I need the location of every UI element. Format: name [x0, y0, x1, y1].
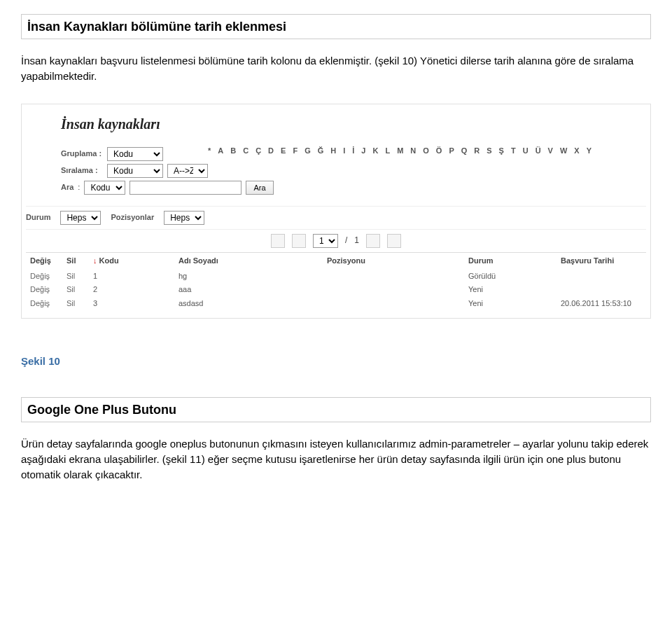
select-ara-field[interactable]: Kodu [84, 181, 125, 195]
cell-ad: aaa [174, 283, 323, 297]
alpha-letter[interactable]: F [293, 146, 298, 157]
col-basvuru[interactable]: Başvuru Tarihi [556, 252, 646, 269]
pager: 1 / 1 [26, 234, 646, 248]
section-heading-2: Google One Plus Butonu [21, 397, 651, 422]
alpha-letter[interactable]: S [486, 146, 491, 157]
label-gruplama: Gruplama : [61, 148, 103, 160]
row-edit-link[interactable]: Değiş [30, 272, 50, 280]
cell-ad: asdasd [174, 297, 323, 311]
section-heading-1: İnsan Kaynakları bölümüne tarih eklenmes… [21, 14, 651, 39]
table-row: DeğişSil1hgGörüldü [26, 270, 646, 284]
alpha-letter[interactable]: L [385, 146, 390, 157]
label-durum: Durum [26, 212, 50, 223]
pager-sep: / [345, 235, 347, 247]
select-sortdir[interactable]: A-->Z [167, 164, 208, 178]
alpha-letter[interactable]: Q [461, 146, 468, 157]
alpha-letter[interactable]: I [343, 146, 345, 157]
pager-prev-button[interactable] [292, 234, 306, 248]
figure-label-10: Şekil 10 [21, 354, 651, 369]
cell-tarih: 20.06.2011 15:53:10 [556, 297, 646, 311]
select-durum[interactable]: Hepsi [60, 211, 101, 225]
col-degis[interactable]: Değiş [26, 252, 62, 269]
table-header-row: Değiş Sil ↓ Kodu Adı Soyadı Pozisyonu Du… [26, 252, 646, 269]
cell-durum: Görüldü [464, 270, 556, 284]
col-pozisyon[interactable]: Pozisyonu [323, 252, 464, 269]
alpha-letter[interactable]: E [281, 146, 286, 157]
alpha-letter[interactable]: Ç [255, 146, 261, 157]
paragraph-2: Ürün detay sayfalarında google oneplus b… [21, 436, 651, 482]
alpha-letter[interactable]: N [410, 146, 416, 157]
row-edit-link[interactable]: Değiş [30, 299, 50, 307]
alpha-letter[interactable]: W [560, 146, 567, 157]
pager-first-button[interactable] [271, 234, 285, 248]
alpha-letter[interactable]: Ğ [318, 146, 324, 157]
screenshot-title: İnsan kaynakları [61, 107, 646, 144]
alpha-letter[interactable]: D [268, 146, 274, 157]
label-ara: Ara [61, 182, 74, 193]
alpha-letter[interactable]: K [372, 146, 378, 157]
col-durum[interactable]: Durum [464, 252, 556, 269]
cell-poz [323, 297, 464, 311]
alpha-letter[interactable]: Ö [436, 146, 442, 157]
alpha-letter[interactable]: C [243, 146, 248, 157]
alpha-letter[interactable]: O [423, 146, 429, 157]
label-siralama: Sıralama : [61, 165, 103, 176]
alpha-letter[interactable]: T [511, 146, 516, 157]
cell-tarih [556, 270, 646, 284]
data-table: Değiş Sil ↓ Kodu Adı Soyadı Pozisyonu Du… [26, 252, 646, 312]
alpha-letter[interactable]: J [361, 146, 365, 157]
pager-next-button[interactable] [366, 234, 380, 248]
cell-durum: Yeni [464, 297, 556, 311]
select-siralama[interactable]: Kodu [107, 164, 163, 178]
pager-last-button[interactable] [387, 234, 401, 248]
col-adsoyad[interactable]: Adı Soyadı [174, 252, 323, 269]
cell-tarih [556, 283, 646, 297]
alpha-letter[interactable]: G [304, 146, 311, 157]
row-edit-link[interactable]: Değiş [30, 285, 50, 293]
alpha-letter[interactable]: Ü [536, 146, 541, 157]
alpha-letter[interactable]: Y [587, 146, 592, 157]
sort-arrow-icon: ↓ [93, 256, 97, 265]
search-button[interactable]: Ara [246, 181, 273, 195]
alpha-letter[interactable]: P [449, 146, 454, 157]
pager-total: 1 [354, 235, 359, 247]
col-sil[interactable]: Sil [62, 252, 89, 269]
row-delete-link[interactable]: Sil [66, 272, 75, 280]
alpha-letter[interactable]: M [397, 146, 403, 157]
alpha-letter[interactable]: A [218, 146, 223, 157]
alpha-letter[interactable]: İ [352, 146, 354, 157]
table-row: DeğişSil2aaaYeni [26, 283, 646, 297]
cell-kodu: 2 [89, 283, 174, 297]
cell-poz [323, 270, 464, 284]
col-kodu[interactable]: ↓ Kodu [89, 252, 174, 269]
alpha-letter[interactable]: H [330, 146, 336, 157]
alpha-letter[interactable]: Ş [499, 146, 504, 157]
alpha-letter[interactable]: U [523, 146, 528, 157]
alpha-letter[interactable]: B [230, 146, 236, 157]
alpha-letter[interactable]: * [208, 146, 211, 157]
row-delete-link[interactable]: Sil [66, 299, 75, 307]
alpha-letter[interactable]: R [474, 146, 479, 157]
select-pozisyonlar[interactable]: Hepsi [164, 211, 204, 225]
label-pozisyonlar: Pozisyonlar [111, 212, 154, 223]
cell-kodu: 1 [89, 270, 174, 284]
cell-kodu: 3 [89, 297, 174, 311]
alpha-letter[interactable]: V [548, 146, 553, 157]
pager-page-select[interactable]: 1 [313, 234, 338, 248]
cell-ad: hg [174, 270, 323, 284]
row-delete-link[interactable]: Sil [66, 285, 75, 293]
select-gruplama[interactable]: Kodu [107, 147, 163, 161]
alpha-letter[interactable]: X [574, 146, 579, 157]
cell-poz [323, 283, 464, 297]
screenshot-insan-kaynaklari: İnsan kaynakları Gruplama : Kodu Sıralam… [21, 104, 651, 319]
input-ara[interactable] [130, 181, 241, 195]
table-row: DeğişSil3asdasdYeni20.06.2011 15:53:10 [26, 297, 646, 311]
alpha-bar: *ABCÇDEFGĞHIİJKLMNOÖPQRSŞTUÜVWXY [208, 144, 592, 157]
paragraph-1: İnsan kaynakları başvuru listelenmesi bö… [21, 53, 651, 84]
cell-durum: Yeni [464, 283, 556, 297]
